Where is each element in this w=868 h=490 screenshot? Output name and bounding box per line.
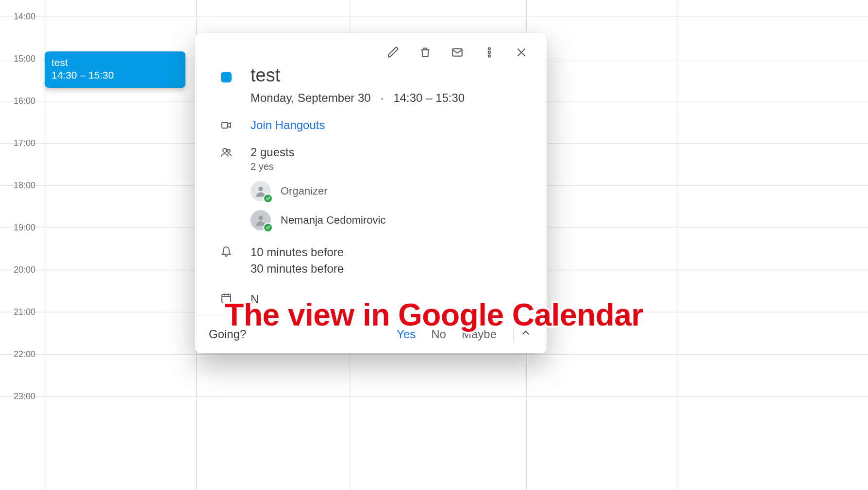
event-date: Monday, September 30 <box>250 91 371 104</box>
event-date-separator: · <box>381 91 384 104</box>
event-title-row: test Monday, September 30 · 14:30 – 15:3… <box>219 65 529 105</box>
svg-point-8 <box>258 215 263 220</box>
guest-item: Organizer <box>250 181 529 201</box>
svg-point-2 <box>488 51 490 53</box>
event-color-dot <box>221 72 232 82</box>
rsvp-no-button[interactable]: No <box>431 327 446 341</box>
hour-label: 17:00 <box>14 138 35 148</box>
edit-icon[interactable] <box>385 45 401 60</box>
hour-label: 23:00 <box>14 392 35 402</box>
hour-gridline <box>0 396 868 397</box>
join-hangouts-link[interactable]: Join Hangouts <box>250 118 325 131</box>
calendar-icon <box>219 292 233 304</box>
mail-icon[interactable] <box>450 45 465 60</box>
hour-label: 19:00 <box>14 223 35 233</box>
guest-name: Nemanja Cedomirovic <box>281 214 385 227</box>
overflow-menu-icon[interactable] <box>482 45 497 60</box>
event-chip-time: 14:30 – 15:30 <box>51 69 179 82</box>
hour-label: 22:00 <box>14 349 35 359</box>
svg-point-7 <box>258 186 263 191</box>
popover-action-row <box>195 33 547 61</box>
reminder-item: 30 minutes before <box>250 261 529 278</box>
event-datetime: Monday, September 30 · 14:30 – 15:30 <box>250 91 529 105</box>
rsvp-maybe-button[interactable]: Maybe <box>462 327 497 341</box>
event-title: test <box>250 65 529 86</box>
rsvp-yes-button[interactable]: Yes <box>397 327 416 341</box>
trash-icon[interactable] <box>417 45 433 60</box>
hour-gridline <box>0 354 868 355</box>
day-column-divider <box>679 0 679 490</box>
status-accepted-icon <box>263 194 273 203</box>
event-time: 14:30 – 15:30 <box>393 91 465 104</box>
event-detail-popover: test Monday, September 30 · 14:30 – 15:3… <box>195 33 547 353</box>
rsvp-divider <box>513 326 514 343</box>
calendar-owner-name: N <box>250 293 259 306</box>
guests-count: 2 guests <box>250 146 529 159</box>
svg-point-3 <box>488 55 490 57</box>
event-chip-title: test <box>51 56 179 69</box>
calendar-owner-row: N <box>219 291 529 308</box>
guests-yes-count: 2 yes <box>250 161 529 172</box>
hour-label: 14:00 <box>14 12 35 22</box>
svg-rect-4 <box>222 122 228 128</box>
guests-row: 2 guests 2 yes Organizer <box>219 146 529 230</box>
chevron-up-icon[interactable] <box>519 327 532 342</box>
reminder-item: 10 minutes before <box>250 244 529 261</box>
svg-point-6 <box>227 149 230 152</box>
bell-icon <box>219 245 233 257</box>
guest-role: Organizer <box>281 185 328 197</box>
hour-label: 21:00 <box>14 307 35 317</box>
close-icon[interactable] <box>514 45 529 60</box>
status-accepted-icon <box>263 223 273 232</box>
svg-rect-9 <box>222 294 231 302</box>
hour-gridline <box>0 16 868 17</box>
svg-point-1 <box>488 48 490 49</box>
hour-label: 20:00 <box>14 265 35 275</box>
rsvp-bar: Going? Yes No Maybe <box>195 315 547 353</box>
reminders-row: 10 minutes before 30 minutes before <box>219 244 529 278</box>
svg-point-5 <box>223 148 227 152</box>
video-icon <box>219 119 233 131</box>
hour-label: 18:00 <box>14 180 35 191</box>
rsvp-prompt: Going? <box>209 327 246 341</box>
people-icon <box>219 147 233 158</box>
hour-label: 16:00 <box>14 96 35 106</box>
hour-label: 15:00 <box>14 54 35 64</box>
hangouts-row: Join Hangouts <box>219 118 529 132</box>
calendar-event-chip[interactable]: test 14:30 – 15:30 <box>45 51 185 88</box>
day-column-divider <box>44 0 44 490</box>
guest-item: Nemanja Cedomirovic <box>250 210 529 230</box>
